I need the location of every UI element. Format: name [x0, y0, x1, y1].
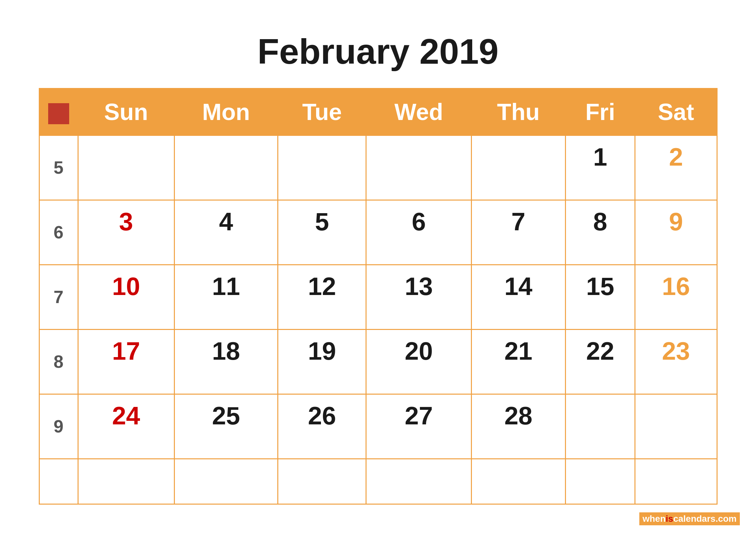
calendar-day — [174, 135, 278, 200]
empty-cell — [635, 459, 717, 504]
empty-cell — [39, 459, 78, 504]
calendar-day: 23 — [635, 329, 717, 394]
calendar-day: 18 — [174, 329, 278, 394]
empty-cell — [471, 459, 565, 504]
week-number: 8 — [39, 329, 78, 394]
calendar-day: 8 — [565, 200, 635, 265]
calendar-day: 27 — [366, 394, 472, 459]
week-column-header — [39, 88, 78, 135]
calendar-day: 2 — [635, 135, 717, 200]
calendar-day: 15 — [565, 265, 635, 329]
calendar-day — [278, 135, 366, 200]
calendar-day — [78, 135, 174, 200]
calendar-day: 21 — [471, 329, 565, 394]
watermark-is: is — [666, 514, 673, 524]
calendar-day: 1 — [565, 135, 635, 200]
calendar-day: 11 — [174, 265, 278, 329]
calendar-day: 6 — [366, 200, 472, 265]
header-wed: Wed — [366, 88, 472, 135]
calendar-week-row: 817181920212223 — [39, 329, 717, 394]
calendar-day: 17 — [78, 329, 174, 394]
week-number: 5 — [39, 135, 78, 200]
calendar-day: 25 — [174, 394, 278, 459]
watermark[interactable]: wheniscalendars.com — [639, 512, 740, 525]
empty-cell — [366, 459, 472, 504]
calendar-day: 22 — [565, 329, 635, 394]
calendar-week-row: 63456789 — [39, 200, 717, 265]
header-sat: Sat — [635, 88, 717, 135]
watermark-calendars: calendars.com — [673, 514, 737, 524]
calendar-day: 5 — [278, 200, 366, 265]
calendar-container: February 2019 Sun Mon Tue Wed Thu Fri Sa… — [39, 31, 717, 505]
calendar-week-row: 710111213141516 — [39, 265, 717, 329]
header-thu: Thu — [471, 88, 565, 135]
calendar-day: 13 — [366, 265, 472, 329]
header-row: Sun Mon Tue Wed Thu Fri Sat — [39, 88, 717, 135]
calendar-day: 16 — [635, 265, 717, 329]
calendar-day: 7 — [471, 200, 565, 265]
empty-cell — [78, 459, 174, 504]
watermark-when: when — [642, 514, 666, 524]
calendar-title: February 2019 — [39, 31, 717, 72]
header-tue: Tue — [278, 88, 366, 135]
calendar-day: 12 — [278, 265, 366, 329]
week-number: 7 — [39, 265, 78, 329]
calendar-table: Sun Mon Tue Wed Thu Fri Sat 512634567897… — [39, 88, 717, 505]
calendar-day — [635, 394, 717, 459]
empty-cell — [278, 459, 366, 504]
header-sun: Sun — [78, 88, 174, 135]
calendar-empty-row — [39, 459, 717, 504]
calendar-week-row: 92425262728 — [39, 394, 717, 459]
header-fri: Fri — [565, 88, 635, 135]
calendar-week-row: 512 — [39, 135, 717, 200]
calendar-day: 20 — [366, 329, 472, 394]
empty-cell — [565, 459, 635, 504]
calendar-day: 26 — [278, 394, 366, 459]
calendar-day — [565, 394, 635, 459]
calendar-day: 10 — [78, 265, 174, 329]
week-icon — [48, 103, 69, 124]
calendar-day — [366, 135, 472, 200]
calendar-day: 14 — [471, 265, 565, 329]
calendar-day: 28 — [471, 394, 565, 459]
calendar-day: 9 — [635, 200, 717, 265]
calendar-day: 3 — [78, 200, 174, 265]
header-mon: Mon — [174, 88, 278, 135]
calendar-day: 4 — [174, 200, 278, 265]
week-number: 9 — [39, 394, 78, 459]
empty-cell — [174, 459, 278, 504]
week-number: 6 — [39, 200, 78, 265]
calendar-day: 24 — [78, 394, 174, 459]
calendar-day — [471, 135, 565, 200]
calendar-day: 19 — [278, 329, 366, 394]
